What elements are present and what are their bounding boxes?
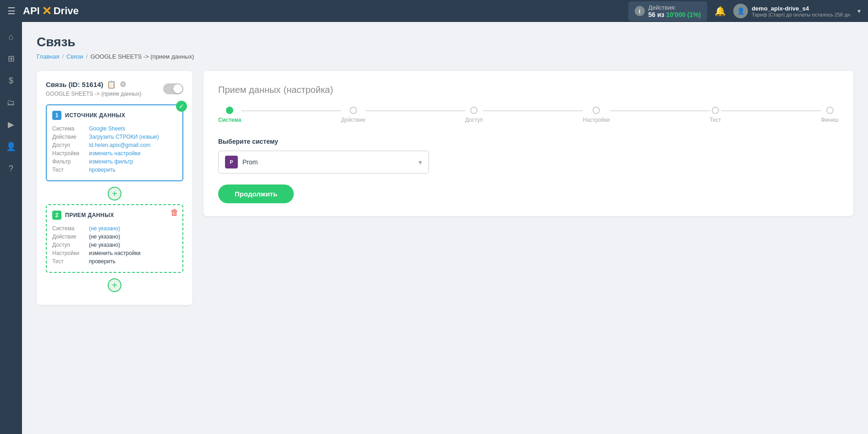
source-block-number: 1 [52,111,61,120]
source-row-access: Доступ ld.helen.apix@gmail.com [52,142,177,148]
breadcrumb-sep2: / [86,53,88,60]
receive-label-test: Тест [52,258,85,265]
add-between-button[interactable]: + [108,187,121,201]
user-area: 👤 demo_apix-drive_s4 Тариф |Старт| до оп… [733,4,861,18]
sidebar-item-dollar[interactable]: $ [2,71,20,90]
copy-icon[interactable]: 📋 [107,80,116,89]
sidebar-item-grid[interactable]: ⊞ [2,49,20,68]
step-line-4 [610,110,710,111]
receive-row-access: Доступ (не указано) [52,242,177,248]
delete-receive-icon[interactable]: 🗑 [170,208,179,217]
step-line-2 [365,110,465,111]
panel-title-text: Связь (ID: 51614) [46,81,103,88]
select-label: Выберите систему [218,138,839,145]
right-title-main: Прием данных [218,85,280,95]
logo-x: ✕ [42,4,52,18]
step-label-finish: Финиш [821,117,839,123]
user-info: demo_apix-drive_s4 Тариф |Старт| до опла… [752,5,850,17]
step-action: Действие [341,107,365,123]
step-circle-settings [593,107,600,114]
source-label-filter: Фильтр [52,158,85,165]
source-value-action[interactable]: Загрузить СТРОКИ (новые) [89,134,159,140]
avatar: 👤 [733,4,748,18]
step-label-test: Тест [710,117,721,123]
sidebar-item-briefcase[interactable]: 🗂 [2,93,20,112]
sidebar-item-user[interactable]: 👤 [2,137,20,156]
step-circle-action [350,107,357,114]
settings-icon[interactable]: ⚙ [120,80,126,89]
bell-icon[interactable]: 🔔 [714,5,726,16]
topnav: ☰ API✕Drive i Действия: 56 из 10'000 (1%… [0,0,868,22]
actions-label: Действия: [648,4,701,11]
receive-label-access: Доступ [52,242,85,248]
actions-count: 56 из 10'000 (1%) [648,11,701,18]
receive-value-settings: изменить настройки [89,250,140,256]
main-wrapper: Связь Главная / Связи / GOOGLE SHEETS ->… [22,22,868,434]
panel-toggle[interactable] [163,83,183,94]
receive-row-settings: Настройки изменить настройки [52,250,177,256]
system-select[interactable]: P Prom ▾ [218,151,429,174]
source-row-test: Тест проверить [52,167,177,173]
receive-block-header: 2 ПРИЕМ ДАННЫХ [52,211,177,220]
continue-button[interactable]: Продолжить [218,184,294,203]
actions-limit: 10'000 (1%) [666,11,701,18]
step-label-action: Действие [341,117,365,123]
source-value-system[interactable]: Google Sheets [89,125,125,132]
step-circle-system [226,107,233,114]
panel-header: Связь (ID: 51614) 📋 ⚙ GOOGLE SHEETS -> (… [46,80,183,97]
sidebar-item-home[interactable]: ⌂ [2,27,20,46]
source-row-action: Действие Загрузить СТРОКИ (новые) [52,134,177,140]
source-row-filter: Фильтр изменить фильтр [52,158,177,165]
user-plan: Тариф |Старт| до оплаты осталось 258 дн [752,12,850,17]
breadcrumb-home[interactable]: Главная [37,53,59,60]
source-value-test[interactable]: проверить [89,167,115,173]
panel-title-area: Связь (ID: 51614) 📋 ⚙ GOOGLE SHEETS -> (… [46,80,142,97]
step-line-1 [242,110,341,111]
step-label-settings: Настройки [583,117,610,123]
source-value-access[interactable]: ld.helen.apix@gmail.com [89,142,150,148]
source-row-system: Система Google Sheets [52,125,177,132]
receive-block-title: ПРИЕМ ДАННЫХ [65,212,114,218]
add-after-button[interactable]: + [108,278,121,292]
select-value: Prom [242,158,258,166]
source-block-header: 1 ИСТОЧНИК ДАННЫХ [52,111,177,120]
receive-label-settings: Настройки [52,250,85,256]
right-title-sub-text: (настройка) [283,85,333,95]
source-value-filter[interactable]: изменить фильтр [89,158,133,165]
page-title: Связь [37,35,853,49]
source-value-settings[interactable]: изменить настройки [89,150,140,157]
source-label-settings: Настройки [52,150,85,157]
info-icon: i [635,6,645,16]
panel-subtitle: GOOGLE SHEETS -> (прием данных) [46,91,142,97]
steps: Система Действие Доступ Настройки [218,107,839,123]
breadcrumb-connections[interactable]: Связи [66,53,83,60]
breadcrumb-sep1: / [62,53,64,60]
receive-value-access: (не указано) [89,242,120,248]
breadcrumb-current: GOOGLE SHEETS -> (прием данных) [90,53,194,60]
source-label-action: Действие [52,134,85,140]
sidebar-item-help[interactable]: ? [2,159,20,178]
select-box-left: P Prom [225,156,258,168]
receive-value-action: (не указано) [89,233,120,240]
user-chevron-icon[interactable]: ▾ [857,7,861,15]
user-name: demo_apix-drive_s4 [752,5,850,12]
logo-drive: Drive [54,5,79,17]
content-grid: Связь (ID: 51614) 📋 ⚙ GOOGLE SHEETS -> (… [37,71,853,305]
receive-row-system: Система (не указано) [52,225,177,232]
step-test: Тест [710,107,721,123]
receive-label-action: Действие [52,233,85,240]
receive-row-action: Действие (не указано) [52,233,177,240]
step-circle-finish [826,107,834,114]
hamburger-icon[interactable]: ☰ [7,5,16,16]
source-label-test: Тест [52,167,85,173]
left-panel: Связь (ID: 51614) 📋 ⚙ GOOGLE SHEETS -> (… [37,71,192,305]
panel-title: Связь (ID: 51614) 📋 ⚙ [46,80,142,89]
source-block: 1 ИСТОЧНИК ДАННЫХ ✓ Система Google Sheet… [46,104,183,181]
step-line-5 [721,110,821,111]
source-row-settings: Настройки изменить настройки [52,150,177,157]
receive-value-system[interactable]: (не указано) [89,225,120,232]
step-settings: Настройки [583,107,610,123]
sidebar-item-play[interactable]: ▶ [2,115,20,134]
actions-count-text: 56 из [648,11,666,18]
right-panel-title: Прием данных (настройка) [218,84,839,96]
